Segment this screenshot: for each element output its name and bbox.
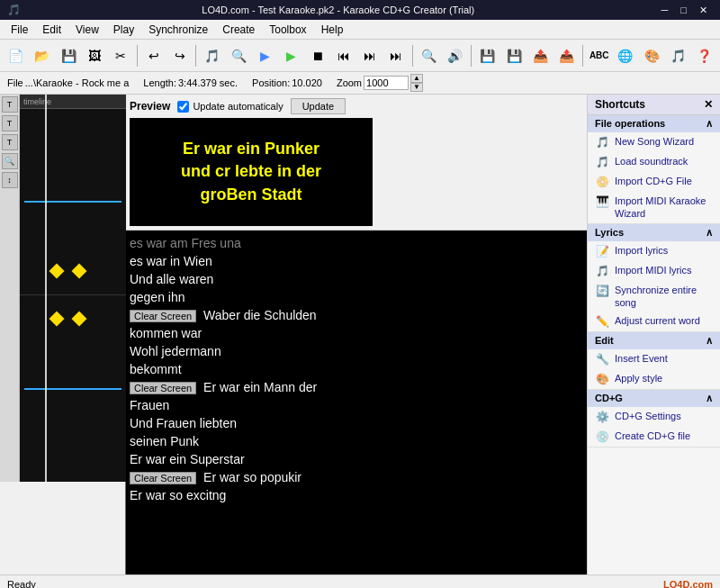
tb-save[interactable]: 💾 [56,43,80,68]
list-item: bekommt [126,360,587,378]
import-midi-lyrics-icon: 🎵 [595,264,609,278]
tb-export4[interactable]: 📤 [554,43,579,68]
shortcut-apply-style[interactable]: 🎨 Apply style [588,369,720,389]
tb-image[interactable]: 🖼 [83,43,107,68]
shortcuts-section-edit-header[interactable]: Edit ∧ [588,332,720,349]
menu-view[interactable]: View [68,22,106,38]
zoom-up[interactable]: ▲ [410,74,423,83]
preview-update-button[interactable]: Update [291,98,346,114]
adjust-word-label[interactable]: Adjust current word [615,314,713,327]
shortcuts-section-file-header[interactable]: File operations ∧ [588,115,720,132]
tb-undo[interactable]: ↩ [141,43,166,68]
shortcut-import-lyrics[interactable]: 📝 Import lyrics [588,241,720,261]
tb-help[interactable]: ❓ [692,43,716,68]
shortcut-create-cdg[interactable]: 💿 Create CD+G file [588,427,720,447]
shortcuts-section-cdg-header[interactable]: CD+G ∧ [588,390,720,407]
shortcut-insert-event[interactable]: 🔧 Insert Event [588,349,720,369]
insert-event-label[interactable]: Insert Event [615,352,713,365]
close-button[interactable]: ✕ [694,1,713,19]
tb-redo[interactable]: ↪ [167,43,192,68]
menu-play[interactable]: Play [106,22,141,38]
load-soundtrack-icon: 🎵 [595,155,609,169]
menu-create[interactable]: Create [215,22,262,38]
tb-zoom[interactable]: 🔍 [417,43,441,68]
list-item: Clear Screen Er war so popukir [126,468,587,486]
shortcuts-lyrics-chevron: ∧ [706,227,713,239]
list-item: seinen Punk [126,432,587,450]
shortcut-import-midi-lyrics[interactable]: 🎵 Import MIDI lyrics [588,261,720,281]
create-cdg-icon: 💿 [595,430,609,444]
title-bar-icon: 🎵 [7,4,21,16]
track-1 [20,109,126,295]
shortcuts-close-button[interactable]: ✕ [704,98,713,111]
menu-help[interactable]: Help [314,22,351,38]
sync-song-icon: 🔄 [595,284,609,298]
tb-export3[interactable]: 📤 [528,43,553,68]
tb-prev[interactable]: ⏮ [331,43,356,68]
import-lyrics-label[interactable]: Import lyrics [615,244,713,257]
tb-play[interactable]: ▶ [279,43,303,68]
shortcut-load-soundtrack[interactable]: 🎵 Load soundtrack [588,152,720,172]
preview-text: Er war ein Punker und cr lebte in der gr… [181,138,321,206]
apply-style-label[interactable]: Apply style [615,372,713,384]
tb-export1[interactable]: 💾 [475,43,500,68]
clear-screen-tag-2: Clear Screen [130,382,196,394]
tb-globe[interactable]: 🌐 [613,43,637,68]
shortcuts-section-lyrics-header[interactable]: Lyrics ∧ [588,224,720,241]
zoom-label: Zoom [337,77,362,88]
tb-cut[interactable]: ✂ [109,43,133,68]
shortcut-new-song-wizard[interactable]: 🎵 New Song Wizard [588,132,720,152]
tb-palette[interactable]: 🎨 [640,43,664,68]
shortcut-import-cdg[interactable]: 📀 Import CD+G File [588,172,720,192]
menu-edit[interactable]: Edit [35,22,68,38]
tb-stop[interactable]: ⏹ [305,43,329,68]
tb-export2[interactable]: 💾 [502,43,526,68]
clear-screen-tag-3: Clear Screen [130,472,196,484]
tb-search[interactable]: 🔍 [227,43,251,68]
shortcut-sync-song[interactable]: 🔄 Synchronize entire song [588,281,720,312]
import-cdg-label[interactable]: Import CD+G File [615,175,713,187]
lyrics-text: Er war ein Mann der [203,380,317,394]
track-btn-search[interactable]: 🔍 [2,153,18,169]
import-midi-lyrics-label[interactable]: Import MIDI lyrics [615,264,713,276]
import-midi-label[interactable]: Import MIDI Karaoke Wizard [615,194,713,221]
track-btn-t2[interactable]: T [2,115,18,131]
shortcuts-panel: Shortcuts ✕ File operations ∧ 🎵 New Song… [587,95,720,574]
tb-play-begin[interactable]: ▶ [253,43,277,68]
tb-volume[interactable]: 🔊 [443,43,467,68]
tb-abc[interactable]: ABC [587,43,611,68]
zoom-input[interactable] [364,76,409,90]
track-btn-zoom[interactable]: ↕ [2,172,18,188]
new-song-wizard-label[interactable]: New Song Wizard [615,135,713,148]
track-btn-t3[interactable]: T [2,134,18,150]
tb-next[interactable]: ⏭ [384,43,409,68]
playhead [45,95,47,482]
menu-toolbox[interactable]: Toolbox [262,22,313,38]
preview-checkbox-label[interactable]: Update automaticaly [177,101,283,113]
tb-audio[interactable]: 🎵 [200,43,224,68]
menu-file[interactable]: File [4,22,35,38]
minimize-button[interactable]: ─ [656,1,674,19]
shortcut-cdg-settings[interactable]: ⚙️ CD+G Settings [588,407,720,427]
toolbar-separator-5 [582,45,583,67]
tb-music2[interactable]: 🎵 [666,43,690,68]
list-item: Clear Screen Er war ein Mann der [126,378,587,396]
lyrics-content[interactable]: es war am Fres una es war in Wien Und al… [126,231,587,574]
tb-prev2[interactable]: ⏭ [358,43,382,68]
shortcut-adjust-word[interactable]: ✏️ Adjust current word [588,312,720,331]
load-soundtrack-label[interactable]: Load soundtrack [615,155,713,167]
maximize-button[interactable]: □ [675,1,692,19]
tb-new[interactable]: 📄 [4,43,28,68]
cdg-settings-label[interactable]: CD+G Settings [615,410,713,422]
track-btn-t1[interactable]: T [2,96,18,113]
menu-synchronize[interactable]: Synchronize [141,22,215,38]
sync-song-label[interactable]: Synchronize entire song [615,284,713,310]
preview-autoupdate-checkbox[interactable] [177,101,189,113]
preview-checkbox-text: Update automaticaly [193,101,283,112]
create-cdg-label[interactable]: Create CD+G file [615,430,713,442]
preview-line-2: und cr lebte in der [181,160,321,183]
tb-open[interactable]: 📂 [30,43,54,68]
zoom-down[interactable]: ▼ [410,83,423,92]
file-info-bar: File ...\Karaoke - Rock me a Length: 3:4… [0,72,720,95]
shortcut-import-midi[interactable]: 🎹 Import MIDI Karaoke Wizard [588,192,720,223]
